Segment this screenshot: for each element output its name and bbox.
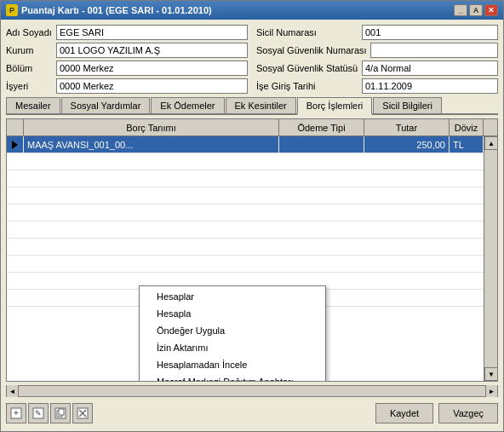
horizontal-scrollbar[interactable]: ◄ ►	[6, 385, 498, 397]
sgk-status-input[interactable]	[362, 60, 498, 76]
bolum-row: Bölüm	[6, 60, 248, 76]
table-row-empty-7	[7, 256, 497, 273]
th-tutar: Tutar	[364, 119, 450, 135]
scroll-left-button[interactable]: ◄	[7, 385, 19, 397]
table-row-empty-6	[7, 239, 497, 256]
context-menu: Hesaplar Hesapla Öndeğer Uygula İzin Akt…	[139, 285, 326, 382]
menu-hesapla[interactable]: Hesapla	[140, 305, 325, 322]
menu-hesaplar[interactable]: Hesaplar	[140, 288, 325, 305]
minimize-button[interactable]: _	[454, 4, 467, 16]
td-odeme-tipi	[279, 136, 364, 153]
bottom-toolbar: + ✎	[6, 400, 498, 426]
td-indicator	[7, 136, 24, 153]
new-icon: +	[10, 407, 22, 419]
kurum-input[interactable]	[56, 43, 248, 58]
title-bar: P Puantaj Kartı - 001 (EGE SARI - 01.01.…	[1, 1, 503, 20]
scroll-right-button[interactable]: ►	[485, 385, 497, 397]
save-button[interactable]: Kaydet	[375, 403, 433, 423]
ad-soyad-row: Adı Soyadı	[6, 25, 248, 40]
svg-text:+: +	[14, 408, 19, 418]
sgk-status-label: Sosyal Güvenlik Statüsü	[256, 63, 358, 73]
delete-icon	[77, 407, 89, 419]
svg-rect-6	[59, 409, 64, 415]
sgk-num-label: Sosyal Güvenlik Numarası	[256, 45, 367, 55]
table-row-empty-3	[7, 187, 497, 204]
sgk-num-input[interactable]	[370, 43, 498, 58]
toolbar-buttons: + ✎	[6, 403, 93, 423]
sicil-label: Sicil Numarası	[256, 27, 358, 37]
cancel-button[interactable]: Vazgeç	[438, 403, 498, 423]
th-doviz: Döviz	[450, 119, 484, 135]
tab-ek-odemeler[interactable]: Ek Ödemeler	[151, 97, 224, 113]
sicil-row: Sicil Numarası	[256, 25, 498, 40]
row-triangle-icon	[12, 141, 18, 149]
isyeri-row: İşyeri	[6, 78, 248, 94]
ad-soyad-label: Adı Soyadı	[6, 27, 53, 37]
bolum-label: Bölüm	[6, 63, 53, 73]
copy-icon	[54, 407, 66, 419]
menu-hesaplamadan-incele[interactable]: Hesaplamadan İncele	[140, 356, 325, 373]
menu-ondeger-uygula[interactable]: Öndeğer Uygula	[140, 322, 325, 339]
th-borc-tanimi: Borç Tanımı	[24, 119, 279, 135]
tab-bar: Mesailer Sosyal Yardımlar Ek Ödemeler Ek…	[6, 97, 498, 115]
window-icon: P	[6, 4, 18, 16]
title-bar-left: P Puantaj Kartı - 001 (EGE SARI - 01.01.…	[6, 4, 212, 16]
ise-giris-label: İşe Giriş Tarihi	[256, 81, 358, 91]
table-row-empty-5	[7, 222, 497, 239]
table-row-empty-4	[7, 204, 497, 222]
kurum-label: Kurum	[6, 45, 53, 55]
restore-button[interactable]: A	[469, 4, 483, 16]
table-row-empty-1	[7, 153, 497, 170]
table-row[interactable]: MAAŞ AVANSI_001_00... 250,00 TL	[7, 136, 497, 153]
scroll-up-button[interactable]: ▲	[484, 136, 498, 150]
tab-sicil-bilgileri[interactable]: Sicil Bilgileri	[373, 97, 442, 113]
th-scroll	[484, 119, 497, 135]
table-row-empty-2	[7, 170, 497, 187]
edit-icon: ✎	[32, 407, 44, 419]
sicil-input[interactable]	[362, 25, 498, 40]
table-area: Borç Tanımı Ödeme Tipi Tutar Döviz MAAŞ …	[6, 118, 498, 382]
bolum-input[interactable]	[56, 60, 248, 76]
ad-soyad-input[interactable]	[56, 25, 248, 40]
delete-record-button[interactable]	[72, 403, 93, 423]
ise-giris-input[interactable]	[362, 78, 498, 94]
tab-borc-islemleri[interactable]: Borç İşlemleri	[297, 97, 373, 115]
edit-record-button[interactable]: ✎	[28, 403, 49, 423]
scroll-track	[484, 150, 497, 367]
td-borc-tanimi: MAAŞ AVANSI_001_00...	[24, 136, 279, 153]
table-header: Borç Tanımı Ödeme Tipi Tutar Döviz	[7, 119, 497, 136]
scroll-down-button[interactable]: ▼	[484, 367, 498, 381]
th-indicator	[7, 119, 24, 135]
tab-ek-kesintiler[interactable]: Ek Kesintiler	[226, 97, 296, 113]
isyeri-label: İşyeri	[6, 81, 53, 91]
ise-giris-row: İşe Giriş Tarihi	[256, 78, 498, 94]
menu-masraf-merkezi[interactable]: Masraf Merkezi Dağıtım Anahtarı	[140, 373, 325, 382]
th-odeme-tipi: Ödeme Tipi	[279, 119, 364, 135]
menu-izin-aktarimi[interactable]: İzin Aktarımı	[140, 339, 325, 356]
form-section: Adı Soyadı Kurum Bölüm İşyeri	[6, 25, 498, 94]
vertical-scrollbar[interactable]: ▲ ▼	[484, 136, 497, 381]
isyeri-input[interactable]	[56, 78, 248, 94]
td-tutar: 250,00	[364, 136, 450, 153]
td-doviz: TL	[450, 136, 484, 153]
sgk-num-row: Sosyal Güvenlik Numarası	[256, 43, 498, 58]
tab-mesailer[interactable]: Mesailer	[6, 97, 60, 113]
title-controls: _ A ✕	[454, 4, 498, 16]
window-title: Puantaj Kartı - 001 (EGE SARI - 01.01.20…	[21, 5, 212, 15]
kurum-row: Kurum	[6, 43, 248, 58]
svg-text:✎: ✎	[35, 409, 42, 418]
close-button[interactable]: ✕	[484, 4, 498, 16]
content-area: Adı Soyadı Kurum Bölüm İşyeri	[1, 20, 503, 431]
new-record-button[interactable]: +	[6, 403, 26, 423]
main-window: P Puantaj Kartı - 001 (EGE SARI - 01.01.…	[0, 0, 504, 432]
sgk-status-row: Sosyal Güvenlik Statüsü	[256, 60, 498, 76]
action-buttons: Kaydet Vazgeç	[375, 403, 498, 423]
copy-record-button[interactable]	[50, 403, 71, 423]
tab-sosyal-yardimlar[interactable]: Sosyal Yardımlar	[61, 97, 151, 113]
